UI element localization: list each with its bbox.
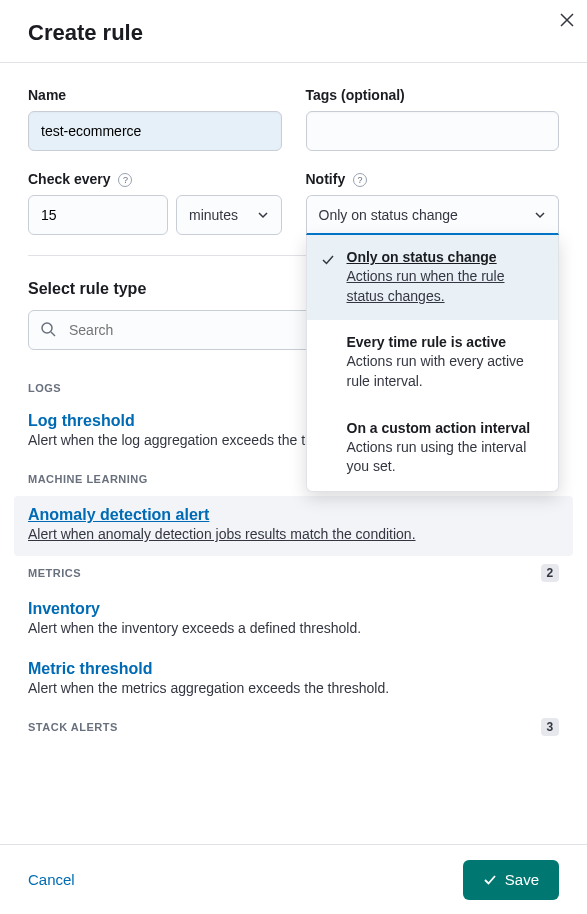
help-icon[interactable]: ?	[353, 173, 367, 187]
help-icon[interactable]: ?	[118, 173, 132, 187]
chevron-down-icon	[534, 209, 546, 221]
notify-selected-value: Only on status change	[319, 207, 458, 223]
notify-option-every-active[interactable]: Every time rule is active Actions run wi…	[307, 320, 559, 405]
tags-label: Tags (optional)	[306, 87, 560, 103]
notify-label-text: Notify	[306, 171, 346, 187]
rule-desc: Alert when the metrics aggregation excee…	[28, 680, 559, 696]
group-count-badge: 2	[541, 564, 559, 582]
rule-item-anomaly-detection[interactable]: Anomaly detection alert Alert when anoma…	[14, 496, 573, 556]
rule-title: Anomaly detection alert	[28, 506, 559, 524]
close-button[interactable]	[555, 8, 579, 32]
cancel-button[interactable]: Cancel	[28, 871, 75, 888]
tags-input[interactable]	[306, 111, 560, 151]
chevron-down-icon	[257, 209, 269, 221]
dialog-header: Create rule	[0, 0, 587, 63]
rule-item-metric-threshold[interactable]: Metric threshold Alert when the metrics …	[28, 650, 559, 710]
option-desc: Actions run with every active rule inter…	[347, 352, 543, 391]
svg-point-0	[42, 323, 52, 333]
group-label: MACHINE LEARNING	[28, 473, 148, 485]
option-desc: Actions run using the interval you set.	[347, 438, 543, 477]
close-icon	[560, 13, 574, 27]
check-every-unit-value: minutes	[189, 207, 238, 223]
check-icon	[321, 253, 335, 267]
notify-dropdown: Only on status change Actions run when t…	[306, 235, 560, 492]
name-label: Name	[28, 87, 282, 103]
group-label: LOGS	[28, 382, 61, 394]
group-count-badge: 3	[541, 718, 559, 736]
dialog-footer: Cancel Save	[0, 844, 587, 914]
check-every-label-text: Check every	[28, 171, 111, 187]
rule-desc: Alert when anomaly detection jobs result…	[28, 526, 559, 542]
rule-title: Metric threshold	[28, 660, 559, 678]
option-title: Only on status change	[347, 249, 543, 265]
option-title: On a custom action interval	[347, 420, 543, 436]
check-every-value-input[interactable]	[28, 195, 168, 235]
check-icon	[483, 873, 497, 887]
group-header-metrics: METRICS 2	[28, 556, 559, 590]
group-header-stack-alerts: STACK ALERTS 3	[28, 710, 559, 744]
page-title: Create rule	[28, 20, 559, 46]
group-label: STACK ALERTS	[28, 721, 118, 733]
save-button[interactable]: Save	[463, 860, 559, 900]
rule-item-inventory[interactable]: Inventory Alert when the inventory excee…	[28, 590, 559, 650]
notify-label: Notify ?	[306, 171, 560, 187]
notify-select[interactable]: Only on status change	[306, 195, 560, 235]
option-desc: Actions run when the rule status changes…	[347, 267, 543, 306]
save-button-label: Save	[505, 871, 539, 888]
rule-desc: Alert when the inventory exceeds a defin…	[28, 620, 559, 636]
rule-title: Inventory	[28, 600, 559, 618]
option-title: Every time rule is active	[347, 334, 543, 350]
search-icon	[40, 321, 56, 337]
dialog-body: Name Tags (optional) Check every ? minut…	[0, 63, 587, 903]
check-every-unit-select[interactable]: minutes	[176, 195, 282, 235]
check-every-label: Check every ?	[28, 171, 282, 187]
name-input[interactable]	[28, 111, 282, 151]
notify-option-status-change[interactable]: Only on status change Actions run when t…	[307, 235, 559, 320]
notify-option-custom-interval[interactable]: On a custom action interval Actions run …	[307, 406, 559, 491]
group-label: METRICS	[28, 567, 81, 579]
